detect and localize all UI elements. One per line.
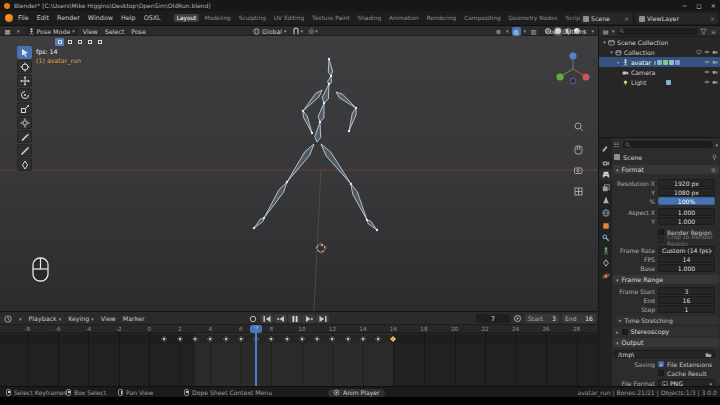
- properties-tab-physics[interactable]: [599, 270, 612, 282]
- unlink-scene-icon[interactable]: ×: [624, 15, 629, 22]
- armature-bone-6[interactable]: [303, 111, 312, 133]
- jump-end-button[interactable]: [316, 314, 329, 323]
- properties-tab-scene[interactable]: [599, 194, 612, 206]
- outliner-row-avatar-run[interactable]: ▸avatar_run: [599, 57, 720, 67]
- current-frame-field[interactable]: 7: [476, 314, 510, 323]
- snap-dropdown[interactable]: ▾: [292, 27, 304, 35]
- properties-tab-bone[interactable]: [599, 257, 612, 269]
- navigation-gizmo[interactable]: [556, 52, 589, 83]
- transform-orientation-dropdown[interactable]: Global ▾: [253, 28, 287, 35]
- properties-filter-icon[interactable]: ▾: [715, 142, 718, 148]
- properties-tab-data[interactable]: [599, 245, 612, 257]
- tab-layout[interactable]: Layout: [174, 14, 200, 22]
- menu-edit[interactable]: Edit: [37, 14, 49, 22]
- viewport-menu-view[interactable]: View: [83, 28, 98, 35]
- view-layer-selector[interactable]: ViewLayer ×: [636, 13, 718, 24]
- properties-tab-render[interactable]: [599, 157, 612, 169]
- section-format[interactable]: ▾Format ≡: [613, 165, 719, 174]
- pause-button[interactable]: [288, 314, 301, 323]
- properties-tab-output[interactable]: [599, 169, 612, 181]
- tab-compositing[interactable]: Compositing: [461, 14, 503, 22]
- show-gizmo-icon[interactable]: ⊕: [494, 27, 503, 36]
- outliner-filter-icon[interactable]: ≡: [709, 27, 718, 36]
- editor-type-3d-viewport-icon[interactable]: ▦: [3, 27, 12, 36]
- armature-figure[interactable]: [253, 58, 378, 231]
- tab-texture-paint[interactable]: Texture Paint: [309, 14, 352, 22]
- timeline-menu-keying[interactable]: Keying ▾: [68, 315, 94, 322]
- properties-tab-object[interactable]: [599, 220, 612, 232]
- scale-tool[interactable]: [17, 102, 32, 115]
- armature-bone-7[interactable]: [336, 92, 356, 108]
- tab-geometry-nodes[interactable]: Geometry Nodes: [506, 14, 561, 22]
- measure-tool[interactable]: [17, 144, 32, 157]
- armature-bone-13[interactable]: [351, 184, 367, 220]
- menu-help[interactable]: Help: [121, 14, 136, 22]
- filter-funnel-icon[interactable]: [700, 28, 707, 35]
- menu-file[interactable]: File: [18, 14, 29, 22]
- playhead[interactable]: [255, 325, 256, 386]
- resolution-pct-slider[interactable]: 100%: [658, 197, 715, 204]
- tab-shading[interactable]: Shading: [355, 14, 385, 22]
- zoom-icon[interactable]: [575, 123, 583, 131]
- close-button[interactable]: ×: [711, 2, 716, 10]
- next-keyframe-button[interactable]: [302, 314, 315, 323]
- menu-window[interactable]: Window: [88, 14, 113, 22]
- properties-search-input[interactable]: [623, 141, 713, 148]
- camera-toggle-icon[interactable]: [712, 49, 718, 56]
- tab-modeling[interactable]: Modeling: [201, 14, 233, 22]
- viewport-menu-pose[interactable]: Pose: [131, 28, 146, 35]
- fps-base-field[interactable]: 1.000: [658, 264, 715, 271]
- armature-bone-9[interactable]: [287, 144, 314, 182]
- subsection-time-stretching[interactable]: ▸Time Stretching: [616, 316, 719, 324]
- prev-keyframe-button[interactable]: [274, 314, 287, 323]
- proportional-editing-dropdown[interactable]: ◎ ▾: [308, 27, 318, 35]
- resolution-y-field[interactable]: 1080 px: [658, 188, 715, 195]
- timeline-menu-playback[interactable]: Playback ▾: [29, 315, 62, 322]
- auto-keying-record-icon[interactable]: [246, 314, 259, 323]
- section-frame-range[interactable]: ▾Frame Range: [613, 275, 719, 284]
- tab-rendering[interactable]: Rendering: [424, 14, 460, 22]
- maximize-button[interactable]: ◻: [696, 2, 701, 10]
- timeline-ruler[interactable]: -8-6-4-202468101214161820222426287: [0, 325, 598, 333]
- frame-step-field[interactable]: 1: [658, 305, 715, 312]
- outliner-row-scene-collection[interactable]: ▾Scene Collection: [599, 37, 720, 47]
- select-intersect-icon[interactable]: [95, 38, 104, 46]
- viewport-3d[interactable]: ▦▾ Pose Mode ▾ ViewSelectPose Global ▾ ▾: [0, 26, 598, 311]
- xray-toggle-icon[interactable]: ▥: [529, 27, 538, 36]
- camera-toggle-icon[interactable]: [712, 59, 718, 66]
- frame-end-field[interactable]: 16: [658, 296, 715, 303]
- resolution-x-field[interactable]: 1920 px: [658, 179, 715, 186]
- section-output[interactable]: ▾Output: [613, 338, 719, 347]
- file-format-dropdown[interactable]: PNG▾: [658, 379, 715, 386]
- select-extend-icon[interactable]: [65, 38, 74, 46]
- rotate-tool[interactable]: [17, 88, 32, 101]
- mode-dropdown[interactable]: Pose Mode ▾: [25, 27, 78, 35]
- folder-icon[interactable]: [705, 352, 712, 358]
- checkbox-render-region[interactable]: [658, 229, 664, 235]
- screen-toggle-icon[interactable]: [696, 49, 702, 56]
- keying-set-icon[interactable]: [513, 314, 522, 323]
- eye-toggle-icon[interactable]: [704, 49, 710, 56]
- armature-bone-0[interactable]: [328, 59, 332, 76]
- tab-uv-editing[interactable]: UV Editing: [271, 14, 307, 22]
- armature-bone-1[interactable]: [328, 76, 332, 84]
- editor-type-timeline-icon[interactable]: [4, 315, 12, 323]
- frame-rate-dropdown[interactable]: Custom (14 fps)▾: [658, 246, 715, 253]
- transform-tool[interactable]: [17, 116, 32, 129]
- tab-animation[interactable]: Animation: [386, 14, 422, 22]
- eye-toggle-icon[interactable]: [704, 69, 710, 76]
- properties-tab-modifiers[interactable]: [599, 232, 612, 244]
- outliner-search-input[interactable]: [617, 28, 698, 35]
- checkbox-cache-result[interactable]: [658, 370, 664, 376]
- armature-bone-3[interactable]: [318, 103, 324, 122]
- pin-icon[interactable]: [711, 154, 718, 161]
- select-subtract-icon[interactable]: [75, 38, 84, 46]
- aspect-x-field[interactable]: 1.000: [658, 208, 715, 215]
- menu-osxl[interactable]: OSXL: [144, 14, 161, 22]
- pose-breakdowner-tool[interactable]: [17, 158, 32, 171]
- timeline-menu-view[interactable]: View: [101, 315, 116, 322]
- outliner-row-collection[interactable]: ▾Collection: [599, 47, 720, 57]
- pose-options-dropdown[interactable]: Pose Options ▾: [546, 26, 594, 36]
- toggle-ortho-icon[interactable]: [575, 188, 582, 195]
- jump-start-button[interactable]: [260, 314, 273, 323]
